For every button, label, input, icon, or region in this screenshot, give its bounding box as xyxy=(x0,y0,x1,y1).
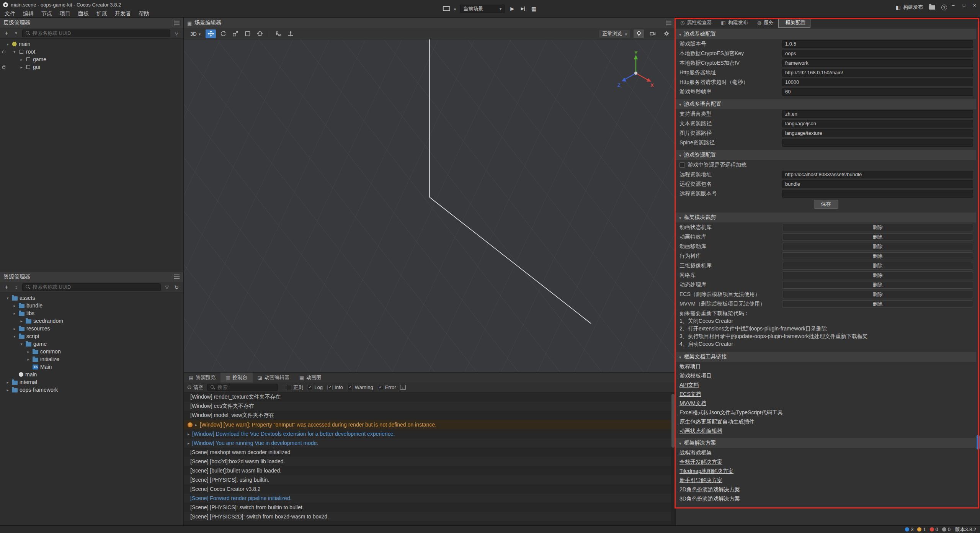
log-expand-arrow[interactable]: ▸ xyxy=(188,432,189,436)
doc-link[interactable]: MVVM文档 xyxy=(679,399,972,408)
section-header-basic[interactable]: 游戏基础配置 xyxy=(676,29,976,39)
doc-link[interactable]: ECS文档 xyxy=(679,389,972,399)
property-input[interactable] xyxy=(782,120,973,128)
delete-module-button[interactable]: 删除 xyxy=(782,233,973,241)
step-button[interactable] xyxy=(519,5,526,13)
scale-tool-button[interactable] xyxy=(230,29,240,38)
asset-node-row[interactable]: ▸ libs xyxy=(0,309,183,317)
remote-load-checkbox[interactable] xyxy=(679,162,685,168)
expand-arrow-icon[interactable]: ▾ xyxy=(12,334,17,338)
export-log-icon[interactable] xyxy=(400,385,406,390)
log-row[interactable]: [Window] ecs文件夹不存在 xyxy=(184,402,675,411)
hierarchy-node-row[interactable]: ▾ root xyxy=(0,48,183,56)
add-node-button[interactable] xyxy=(3,29,10,37)
add-asset-button[interactable] xyxy=(3,283,10,291)
filter-checkbox[interactable] xyxy=(327,385,333,390)
coordinate-mode-button[interactable] xyxy=(285,29,296,38)
delete-module-button[interactable]: 删除 xyxy=(782,262,973,270)
clear-console-button[interactable]: 清空 xyxy=(187,384,203,391)
hierarchy-node-row[interactable]: ▸ gui xyxy=(0,63,183,71)
scene-light-toggle[interactable] xyxy=(634,29,644,38)
inspector-scroll-thumb[interactable] xyxy=(977,435,980,450)
inspector-tab[interactable]: 属性检查器 xyxy=(676,18,716,28)
section-header-modules[interactable]: 框架模块裁剪 xyxy=(676,213,976,222)
property-input[interactable] xyxy=(782,129,973,137)
status-count-badge[interactable]: 1 xyxy=(917,526,926,532)
log-row[interactable]: [Scene] [PHYSICS]: switch from builtin t… xyxy=(184,503,675,512)
property-input[interactable] xyxy=(782,40,973,48)
expand-arrow-icon[interactable]: ▸ xyxy=(19,57,24,62)
asset-node-row[interactable]: ▾ game xyxy=(0,340,183,348)
menu-item[interactable]: 面板 xyxy=(74,10,93,18)
log-row[interactable]: [Window] model_view文件夹不存在 xyxy=(184,411,675,420)
regex-toggle[interactable]: 正则 xyxy=(286,384,303,391)
property-input[interactable] xyxy=(782,180,973,188)
solution-link[interactable]: 2D角色扮演游戏解决方案 xyxy=(679,485,972,494)
layout-grid-icon[interactable] xyxy=(530,5,537,13)
log-row[interactable]: ▸ [Window] You are running Vue in develo… xyxy=(184,438,675,448)
log-filter[interactable]: Warning xyxy=(348,384,373,390)
log-row[interactable]: [Scene] Forward render pipeline initiali… xyxy=(184,494,675,503)
console-tab[interactable]: 动画图 xyxy=(294,373,326,383)
rotate-tool-button[interactable] xyxy=(218,29,228,38)
log-row[interactable]: ▸ [Window] [Vue warn]: Property "onInput… xyxy=(184,420,675,429)
filter-icon[interactable] xyxy=(163,283,170,291)
toggle-3d-button[interactable]: 3D xyxy=(187,29,204,38)
expand-arrow-icon[interactable]: ▸ xyxy=(19,319,24,323)
property-input[interactable] xyxy=(782,139,973,147)
regex-checkbox[interactable] xyxy=(286,385,291,390)
panel-menu-icon[interactable] xyxy=(174,276,180,277)
expand-arrow-icon[interactable]: ▸ xyxy=(12,327,17,331)
asset-node-row[interactable]: ▸ oops-framework xyxy=(0,386,183,394)
expand-arrow-icon[interactable]: ▸ xyxy=(5,380,10,384)
asset-node-row[interactable]: ▸ resources xyxy=(0,325,183,332)
property-input[interactable] xyxy=(782,171,973,178)
delete-module-button[interactable]: 删除 xyxy=(782,281,973,289)
console-scrollbar[interactable] xyxy=(671,392,675,525)
hierarchy-search-input[interactable] xyxy=(33,30,167,36)
property-input[interactable] xyxy=(782,59,973,67)
move-tool-button[interactable] xyxy=(206,29,216,38)
expand-arrow-icon[interactable]: ▸ xyxy=(19,65,24,69)
solution-link[interactable]: 新手引导解决方案 xyxy=(679,476,972,485)
solution-link[interactable]: 3D角色扮演游戏解决方案 xyxy=(679,494,972,503)
doc-link[interactable]: 游戏模板项目 xyxy=(679,371,972,380)
log-filter[interactable]: Info xyxy=(327,384,343,390)
close-button[interactable] xyxy=(969,0,980,10)
log-row[interactable]: [Scene] [box2d]:box2d wasm lib loaded. xyxy=(184,457,675,466)
status-count-badge[interactable]: 3 xyxy=(905,526,913,532)
build-publish-button[interactable]: 构建发布 xyxy=(896,4,923,11)
scene-tab-label[interactable]: 场景编辑器 xyxy=(194,20,221,26)
scene-settings-gear-icon[interactable] xyxy=(661,29,671,38)
filter-checkbox[interactable] xyxy=(348,385,353,390)
open-project-folder-icon[interactable] xyxy=(929,5,935,10)
hierarchy-node-row[interactable]: ▾ main xyxy=(0,40,183,48)
console-tab[interactable]: 动画编辑器 xyxy=(253,373,294,383)
asset-node-row[interactable]: TS Main xyxy=(0,363,183,371)
section-header-docs[interactable]: 框架文档工具链接 xyxy=(676,352,976,362)
console-tab[interactable]: 资源预览 xyxy=(184,373,220,383)
delete-module-button[interactable]: 删除 xyxy=(782,224,973,231)
save-button[interactable]: 保存 xyxy=(814,200,838,209)
delete-module-button[interactable]: 删除 xyxy=(782,271,973,279)
property-input[interactable] xyxy=(782,88,973,96)
rect-tool-button[interactable] xyxy=(242,29,253,38)
orientation-gizmo[interactable]: Y X Z xyxy=(617,51,655,89)
property-input[interactable] xyxy=(782,190,973,198)
log-filter[interactable]: Log xyxy=(307,384,323,390)
log-expand-arrow[interactable]: ▸ xyxy=(188,441,189,445)
inspector-tab[interactable]: 构建发布 xyxy=(716,18,752,28)
status-count-badge[interactable]: 0 xyxy=(942,526,951,532)
expand-arrow-icon[interactable]: ▾ xyxy=(19,342,24,346)
console-tab[interactable]: 控制台 xyxy=(220,373,252,383)
section-header-resource[interactable]: 游戏资源配置 xyxy=(676,150,976,160)
panel-menu-icon[interactable] xyxy=(666,23,671,23)
lock-icon[interactable] xyxy=(2,51,5,53)
view-mode-dropdown[interactable]: 正常浏览 xyxy=(599,30,630,38)
status-count-badge[interactable]: 0 xyxy=(930,526,938,532)
property-input[interactable] xyxy=(782,69,973,77)
asset-node-row[interactable]: ▾ script xyxy=(0,332,183,340)
menu-item[interactable]: 帮助 xyxy=(135,10,153,18)
doc-link[interactable]: 动画状态机编辑器 xyxy=(679,426,972,435)
solution-link[interactable]: 全栈开发解决方案 xyxy=(679,457,972,466)
